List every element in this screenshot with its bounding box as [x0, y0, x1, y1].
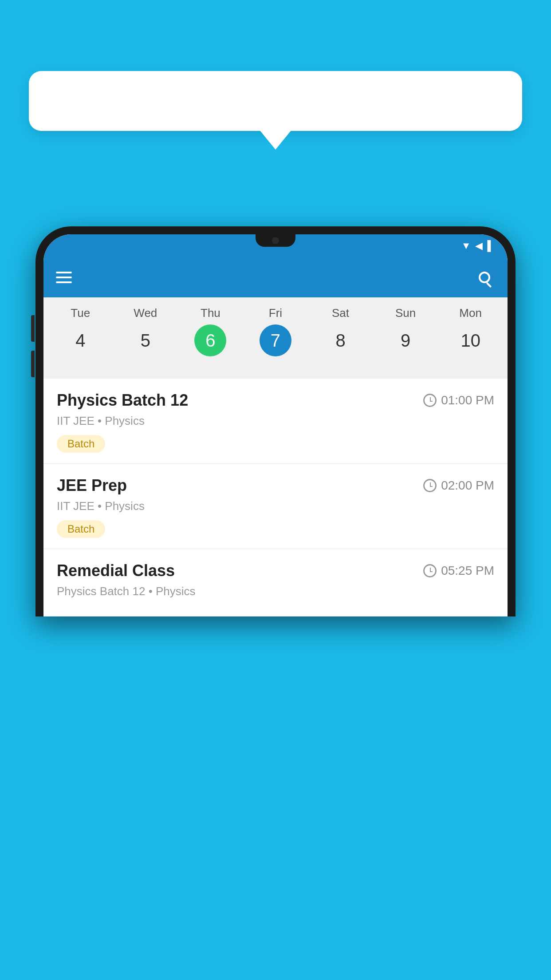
side-buttons [31, 315, 35, 377]
day-col[interactable]: Wed5 [119, 306, 172, 356]
phone-outer: ▼ ◀ ▌ Tue4 [35, 226, 516, 616]
day-name: Sat [332, 306, 349, 320]
class-time: 02:00 PM [423, 478, 494, 493]
class-list: Physics Batch 1201:00 PMIIT JEE • Physic… [43, 379, 508, 616]
day-number[interactable]: 8 [325, 324, 357, 356]
day-col[interactable]: Thu6 [184, 306, 237, 356]
status-bar: ▼ ◀ ▌ [43, 234, 508, 257]
day-col[interactable]: Fri7 [249, 306, 302, 356]
day-number[interactable]: 9 [390, 324, 421, 356]
clock-icon [423, 394, 437, 407]
class-item[interactable]: JEE Prep02:00 PMIIT JEE • PhysicsBatch [43, 464, 508, 549]
day-name: Fri [269, 306, 282, 320]
search-icon [479, 272, 490, 283]
front-camera [272, 237, 279, 244]
day-col[interactable]: Sun9 [379, 306, 432, 356]
class-meta: IIT JEE • Physics [57, 499, 494, 513]
day-number[interactable]: 10 [455, 324, 487, 356]
phone-wrapper: ▼ ◀ ▌ Tue4 [35, 226, 516, 980]
signal-icon: ◀ [475, 240, 483, 252]
time-text: 05:25 PM [441, 564, 494, 578]
hamburger-line-2 [56, 277, 72, 278]
day-number[interactable]: 4 [64, 324, 96, 356]
days-row: Tue4Wed5Thu6Fri7Sat8Sun9Mon10 [43, 306, 508, 356]
tooltip-card [29, 71, 522, 131]
hamburger-line-3 [56, 281, 72, 283]
day-number[interactable]: 6 [194, 324, 226, 356]
day-name: Wed [134, 306, 157, 320]
class-item-header: JEE Prep02:00 PM [57, 476, 494, 495]
class-time: 05:25 PM [423, 564, 494, 578]
battery-icon: ▌ [487, 240, 494, 252]
class-item[interactable]: Remedial Class05:25 PMPhysics Batch 12 •… [43, 549, 508, 616]
class-name: Remedial Class [57, 561, 175, 580]
batch-tag: Batch [57, 520, 105, 538]
clock-icon [423, 564, 437, 577]
volume-down-button [31, 351, 35, 377]
day-col[interactable]: Mon10 [444, 306, 497, 356]
phone-inner: ▼ ◀ ▌ Tue4 [43, 234, 508, 616]
status-icons: ▼ ◀ ▌ [461, 240, 494, 252]
calendar-section: Tue4Wed5Thu6Fri7Sat8Sun9Mon10 [43, 297, 508, 379]
hamburger-menu-button[interactable] [56, 272, 72, 283]
class-item-header: Remedial Class05:25 PM [57, 561, 494, 580]
day-number[interactable]: 5 [130, 324, 161, 356]
class-meta: IIT JEE • Physics [57, 414, 494, 428]
app-bar [43, 257, 508, 297]
day-number[interactable]: 7 [260, 324, 291, 356]
day-col[interactable]: Sat8 [314, 306, 367, 356]
class-meta: Physics Batch 12 • Physics [57, 585, 494, 598]
class-name: JEE Prep [57, 476, 127, 495]
time-text: 01:00 PM [441, 393, 494, 407]
hamburger-line-1 [56, 272, 72, 273]
selected-date-label [43, 362, 508, 371]
day-name: Sun [395, 306, 416, 320]
search-button[interactable] [474, 267, 495, 288]
class-item-header: Physics Batch 1201:00 PM [57, 391, 494, 410]
day-col[interactable]: Tue4 [54, 306, 107, 356]
class-name: Physics Batch 12 [57, 391, 188, 410]
day-name: Mon [459, 306, 482, 320]
wifi-icon: ▼ [461, 240, 471, 252]
class-time: 01:00 PM [423, 393, 494, 407]
volume-up-button [31, 315, 35, 342]
class-item[interactable]: Physics Batch 1201:00 PMIIT JEE • Physic… [43, 379, 508, 464]
day-name: Thu [201, 306, 220, 320]
time-text: 02:00 PM [441, 478, 494, 493]
batch-tag: Batch [57, 435, 105, 453]
day-name: Tue [71, 306, 90, 320]
clock-icon [423, 479, 437, 492]
notch [256, 234, 295, 247]
